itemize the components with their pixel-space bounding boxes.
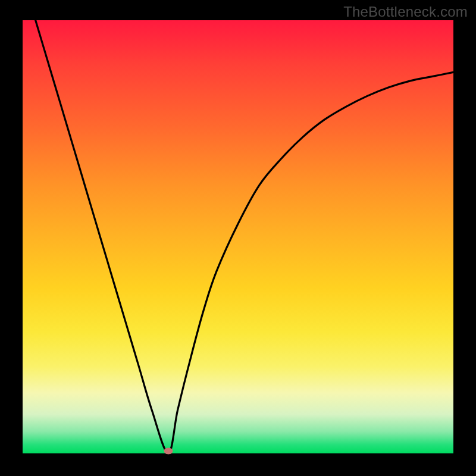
bottleneck-curve-path — [36, 20, 453, 453]
bottleneck-curve-svg — [23, 20, 453, 453]
watermark-text: TheBottleneck.com — [343, 4, 468, 20]
chart-frame: TheBottleneck.com — [0, 0, 476, 476]
minimum-marker — [164, 447, 173, 454]
